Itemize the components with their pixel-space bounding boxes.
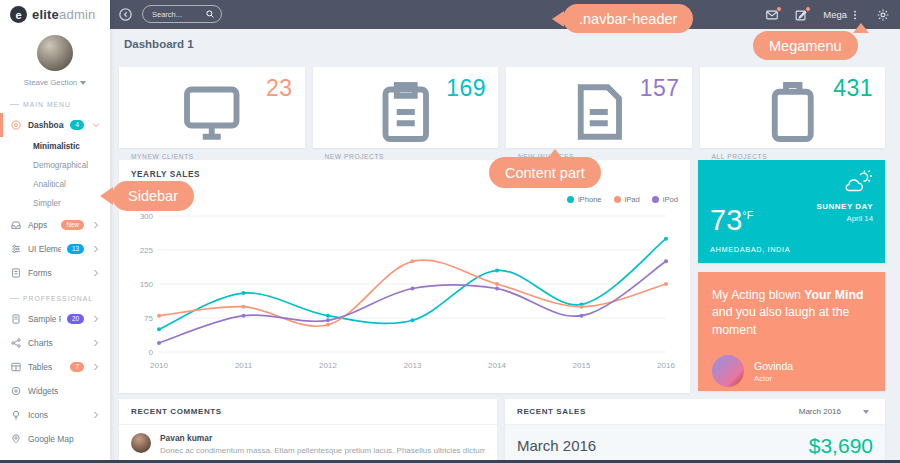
inbox-icon	[10, 219, 22, 231]
sidebar-badge: 13	[67, 244, 84, 254]
sidebar-item-ui-elements[interactable]: UI Elements13	[0, 237, 110, 261]
settings-gear-icon[interactable]	[876, 8, 890, 22]
weather-condition: SUNNEY DAY	[816, 202, 873, 211]
brand-mark-icon: e	[10, 6, 27, 23]
sidebar-subitem-demographical[interactable]: Demographical	[0, 156, 110, 175]
sidebar-item-dashboard[interactable]: Dashboard4	[0, 113, 110, 137]
tables-icon	[10, 361, 22, 373]
sidebar-item-forms[interactable]: Forms	[0, 261, 110, 285]
svg-text:2011: 2011	[235, 361, 253, 370]
app-window: e eliteadmin Steave Gection MAIN MENUDas…	[0, 0, 900, 463]
quote-author-role: Actor	[754, 374, 793, 383]
chevron-right-icon	[90, 313, 102, 325]
legend-dot	[614, 196, 621, 203]
svg-text:0: 0	[149, 348, 154, 357]
search-input[interactable]	[152, 10, 205, 19]
sidebar-section-label: PROFFESSIONAL	[0, 285, 110, 307]
weather-temperature: 73°F	[710, 204, 753, 237]
sidebar-item-label: UI Elements	[28, 244, 61, 254]
quote-footer: Govinda Actor	[712, 355, 871, 387]
quote-text: My Acting blown Your Mind and you also l…	[712, 287, 871, 339]
legend-dot	[567, 196, 574, 203]
sidebar-item-google-map[interactable]: Google Map	[0, 427, 110, 451]
mega-menu-label: Mega	[823, 9, 847, 20]
sidebar-item-sample-pages[interactable]: Sample Pages20	[0, 307, 110, 331]
sales-month-label: March 2016	[517, 437, 596, 454]
weather-temp-unit: °F	[742, 209, 753, 221]
sidebar-subitem-minimalistic[interactable]: Minimalistic	[0, 137, 110, 156]
chevron-right-icon	[90, 219, 102, 231]
notification-badge	[805, 6, 811, 12]
sidebar-item-label: Widgets	[28, 386, 102, 396]
user-box: Steave Gection	[0, 29, 110, 91]
callout-content-part: Content part	[489, 157, 601, 188]
user-avatar[interactable]	[37, 35, 73, 71]
recent-comments-card: RECENT COMMENTS Pavan kumarDonec ac cond…	[119, 399, 497, 463]
sidebar-item-tables[interactable]: Tables7	[0, 355, 110, 379]
svg-text:2015: 2015	[573, 361, 591, 370]
weather-date: April 14	[847, 214, 873, 223]
sidebar-badge: New	[61, 220, 84, 230]
pages-icon	[10, 313, 22, 325]
sidebar-section-label: MAIN MENU	[0, 91, 110, 113]
quote-author: Govinda	[754, 360, 793, 372]
sliders-icon	[10, 243, 22, 255]
sidebar-item-apps[interactable]: AppsNew	[0, 213, 110, 237]
legend-item-ipod[interactable]: iPod	[652, 195, 678, 204]
weather-temp-value: 73	[710, 204, 742, 236]
sidebar-subitem-analitical[interactable]: Analitical	[0, 175, 110, 194]
user-name: Steave Gection	[24, 78, 77, 87]
recent-sales-card: RECENT SALES March 2016 March 2016 $3,69…	[505, 399, 885, 463]
sales-summary: March 2016 $3,690	[505, 425, 885, 463]
quote-text-pre: My Acting blown	[712, 288, 804, 302]
compose-icon[interactable]	[794, 8, 808, 22]
stat-label: MYNEW CLIENTS	[131, 153, 293, 160]
yearly-sales-chart: 3002251507502010201120122013201420152016	[131, 206, 678, 374]
search-icon[interactable]	[205, 9, 215, 19]
sidebar-toggle-icon[interactable]	[118, 7, 133, 22]
chart-legend: iPhoneiPadiPod	[131, 195, 678, 204]
brand-text-light: admin	[59, 7, 95, 22]
legend-item-ipad[interactable]: iPad	[614, 195, 640, 204]
comment-avatar	[131, 433, 151, 453]
quote-text-post: and you also laugh at the moment	[712, 305, 849, 336]
stat-value: 23	[266, 75, 293, 102]
sales-amount: $3,690	[809, 434, 873, 458]
user-menu[interactable]: Steave Gection	[0, 78, 110, 87]
brand-logo[interactable]: e eliteadmin	[0, 0, 110, 29]
sidebar-item-icons[interactable]: Icons	[0, 403, 110, 427]
stat-card-new-projects: 169NEW PROJECTS	[313, 67, 499, 148]
brand-text-bold: elite	[32, 7, 59, 22]
svg-text:2014: 2014	[488, 361, 506, 370]
sales-month-dropdown-value: March 2016	[799, 407, 841, 416]
comments-list: Pavan kumarDonec ac condimentum massa. E…	[119, 425, 497, 462]
comment-item: Pavan kumarDonec ac condimentum massa. E…	[119, 425, 497, 462]
comment-text: Donec ac condimentum massa. Etiam pellen…	[160, 446, 485, 455]
sales-month-dropdown[interactable]: March 2016	[799, 407, 873, 416]
sidebar-item-widgets[interactable]: Widgets	[0, 379, 110, 403]
recent-sales-title: RECENT SALES	[517, 407, 586, 416]
sidebar-nav: MAIN MENUDashboard4MinimalisticDemograph…	[0, 91, 110, 451]
content-part: Dashboard 1 23MYNEW CLIENTS169NEW PROJEC…	[110, 29, 900, 463]
bulb-icon	[10, 409, 22, 421]
caret-down-icon	[80, 81, 86, 85]
more-vert-icon	[849, 8, 861, 22]
legend-item-iphone[interactable]: iPhone	[567, 195, 602, 204]
svg-text:2012: 2012	[319, 361, 337, 370]
sidebar-item-label: Sample Pages	[28, 314, 61, 324]
section-dash	[10, 298, 19, 299]
comment-author: Pavan kumar	[160, 433, 485, 443]
mega-menu-button[interactable]: Mega	[823, 8, 861, 22]
svg-text:2016: 2016	[657, 361, 675, 370]
legend-label: iPod	[663, 195, 678, 204]
legend-label: iPhone	[578, 195, 602, 204]
quote-text-bold: Your Mind	[804, 288, 863, 302]
sidebar-item-charts[interactable]: Charts	[0, 331, 110, 355]
sidebar-item-label: Dashboard	[28, 120, 64, 130]
brand-text: eliteadmin	[32, 7, 95, 22]
legend-label: iPad	[625, 195, 640, 204]
section-label-text: MAIN MENU	[23, 101, 71, 108]
sidebar-subitem-simpler[interactable]: Simpler	[0, 194, 110, 213]
svg-text:300: 300	[140, 212, 154, 221]
messages-icon[interactable]	[765, 8, 779, 22]
